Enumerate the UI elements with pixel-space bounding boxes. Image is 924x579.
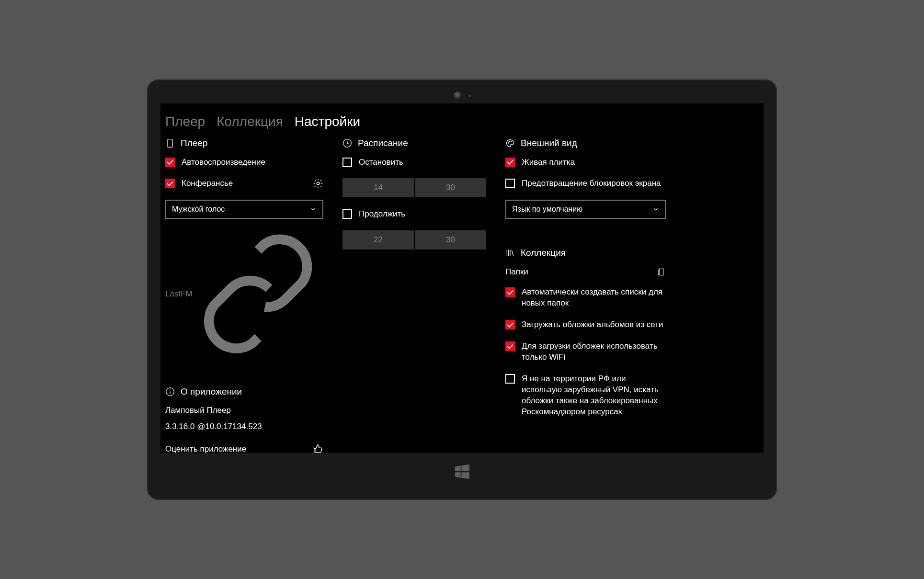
resume-hour[interactable]: 22 [342,230,414,250]
checkbox-prevent-lock[interactable] [505,179,515,188]
section-player-head: Плеер [165,138,323,148]
checkbox-vpn[interactable] [505,374,515,384]
svg-point-9 [508,142,509,143]
about-version: 3.3.16.0 @10.0.17134.523 [165,422,323,431]
windows-icon [453,462,472,481]
select-voice-value: Мужской голос [172,205,225,214]
label-stop: Остановить [359,157,486,168]
checkbox-autoplay[interactable] [165,158,175,167]
link-icon [193,228,323,359]
column-player: Плеер Автовоспроизведение Конферансье Му… [165,138,323,453]
row-auto-playlists: Автоматически создавать списки для новых… [505,287,666,309]
label-load-covers: Загружать обложки альбомов из сети [522,319,666,330]
tablet-frame: Плеер Коллекция Настройки Плеер Автовосп… [147,79,777,500]
section-about-head: О приложении [165,386,323,397]
camera-dot-icon [469,95,471,97]
label-folders: Папки [505,267,528,277]
label-rate: Оценить приложение [165,444,246,453]
label-live-tile: Живая плитка [522,157,666,168]
tab-player[interactable]: Плеер [165,114,205,129]
about-app-name: Ламповый Плеер [165,406,323,415]
row-compere: Конферансье [165,178,323,189]
chevron-down-icon [310,206,317,213]
section-collection-head: Коллекция [505,248,666,258]
chevron-down-icon [652,206,659,213]
row-wifi-only: Для загрузки обложек использовать только… [505,341,666,363]
checkbox-compere[interactable] [165,179,175,188]
label-auto-playlists: Автоматически создавать списки для новых… [522,287,666,309]
checkbox-load-covers[interactable] [505,320,515,329]
label-prevent-lock: Предотвращение блокировок экрана [522,178,666,189]
section-player-title: Плеер [181,138,207,148]
palette-icon [505,138,515,148]
resume-time: 22 30 [342,230,486,250]
section-schedule-head: Расписание [342,138,486,148]
resume-minute[interactable]: 30 [415,230,486,250]
label-lastfm: LastFM [165,289,193,299]
label-resume: Продолжить [359,209,486,220]
clock-icon [342,138,352,148]
column-right: Внешний вид Живая плитка Предотвращение … [505,138,666,453]
svg-point-5 [170,390,171,390]
camera-icon [454,91,462,100]
tab-settings[interactable]: Настройки [295,114,360,129]
thumbs-up-icon [313,444,323,453]
label-compere: Конферансье [182,178,306,189]
gear-icon[interactable] [313,178,323,189]
row-live-tile: Живая плитка [505,157,666,168]
books-icon [505,248,515,258]
label-wifi-only: Для загрузки обложек использовать только… [522,341,666,363]
select-voice[interactable]: Мужской голос [165,200,323,219]
checkbox-wifi-only[interactable] [505,341,515,351]
stop-minute[interactable]: 30 [415,178,486,197]
camera-bar [160,88,764,103]
section-schedule-title: Расписание [358,138,408,148]
section-about: О приложении Ламповый Плеер 3.3.16.0 @10… [165,386,323,453]
svg-point-10 [509,141,510,142]
select-language[interactable]: Язык по умолчанию [505,200,666,219]
svg-point-11 [511,141,512,142]
section-about-title: О приложении [181,386,242,397]
tab-collection[interactable]: Коллекция [217,114,283,129]
column-schedule: Расписание Остановить 14 30 Продолжить 2… [342,138,486,453]
row-stop: Остановить [342,157,486,168]
section-appearance-title: Внешний вид [521,138,577,148]
row-load-covers: Загружать обложки альбомов из сети [505,319,666,330]
row-resume: Продолжить [342,209,486,220]
row-lastfm[interactable]: LastFM [165,228,323,359]
checkbox-resume[interactable] [342,209,352,219]
label-autoplay: Автовоспроизведение [182,157,323,168]
top-tabs: Плеер Коллекция Настройки [165,114,759,135]
row-folders[interactable]: Папки [505,267,666,277]
checkbox-stop[interactable] [342,158,352,167]
row-vpn: Я не на территории РФ или использую зару… [505,374,666,418]
sd-card-icon [657,267,666,277]
row-prevent-lock: Предотвращение блокировок экрана [505,178,666,189]
svg-point-2 [317,182,319,185]
checkbox-auto-playlists[interactable] [505,287,515,297]
select-language-value: Язык по умолчанию [512,205,582,214]
checkbox-live-tile[interactable] [505,158,515,167]
windows-button[interactable] [160,453,764,490]
screen: Плеер Коллекция Настройки Плеер Автовосп… [160,103,764,453]
section-collection-title: Коллекция [521,248,566,258]
info-icon [165,387,175,397]
action-rate[interactable]: Оценить приложение [165,444,323,453]
stop-time: 14 30 [342,178,486,197]
stop-hour[interactable]: 14 [342,178,414,197]
section-appearance-head: Внешний вид [505,138,666,148]
row-autoplay: Автовоспроизведение [165,157,323,168]
device-icon [165,138,175,148]
label-vpn: Я не на территории РФ или использую зару… [522,374,666,418]
